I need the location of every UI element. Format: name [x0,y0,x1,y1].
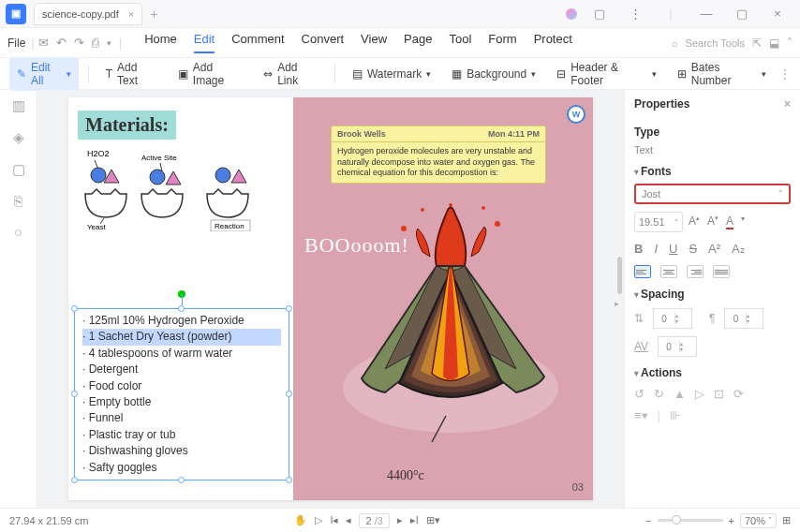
notification-icon[interactable]: ▢ [586,7,613,21]
list-item[interactable]: Safty goggles [82,460,281,476]
first-page-button[interactable]: I◂ [330,514,338,526]
next-page-button[interactable]: ▸ [397,514,403,526]
collapse-properties-icon[interactable]: ▸ [615,299,624,318]
resize-handle[interactable] [71,477,78,483]
cloud-icon[interactable]: ⬓ [769,37,779,50]
fullscreen-icon[interactable]: ⊞ [782,514,791,526]
font-color-icon[interactable]: A [726,214,733,229]
flip-vertical-icon[interactable]: ▲ [674,387,686,401]
add-tab-button[interactable]: + [150,7,157,22]
resize-handle[interactable] [178,305,185,312]
superscript-button[interactable]: A² [708,242,720,256]
align-justify-button[interactable] [713,265,730,278]
search-tools-input[interactable]: Search Tools [686,37,745,49]
resize-handle[interactable] [286,391,292,397]
italic-button[interactable]: I [654,242,658,256]
edit-all-button[interactable]: ✎ Edit All ▾ [9,57,79,91]
list-item[interactable]: Empty bottle [82,394,281,410]
bates-number-button[interactable]: ⊞Bates Number▾ [670,57,774,91]
header-footer-button[interactable]: ⊟Header & Footer▾ [549,57,664,91]
actions-section-label[interactable]: Actions [634,366,791,379]
bold-button[interactable]: B [634,242,643,256]
vertical-scrollbar[interactable] [617,257,622,294]
maximize-button[interactable]: ▢ [729,7,755,21]
resize-handle[interactable] [71,305,78,312]
tab-form[interactable]: Form [488,32,516,53]
line-spacing-input[interactable]: ▴▾ [653,308,692,329]
subscript-button[interactable]: A₂ [732,242,745,256]
tab-page[interactable]: Page [404,32,432,53]
tab-comment[interactable]: Comment [231,32,284,53]
more-icon[interactable]: ⋮ [622,7,648,21]
undo-icon[interactable]: ↶ [56,36,67,50]
redo-icon[interactable]: ↷ [74,36,84,50]
font-size-input[interactable]: 19.51˅ [634,212,683,232]
rotate-left-icon[interactable]: ↺ [634,387,644,401]
zoom-slider[interactable] [658,519,723,522]
zoom-level-select[interactable]: 70%˅ [740,513,777,528]
zoom-out-button[interactable]: − [645,515,651,526]
tab-convert[interactable]: Convert [302,32,345,53]
file-menu[interactable]: File [7,37,25,50]
watermark-button[interactable]: ▤Watermark▾ [345,64,438,84]
save-icon[interactable]: ✉ [38,36,49,50]
document-tab[interactable]: science-copy.pdf × [34,3,142,25]
list-item[interactable]: Detergent [82,362,281,377]
close-tab-icon[interactable]: × [128,8,134,20]
comments-icon[interactable]: ▢ [12,161,25,178]
tab-view[interactable]: View [361,32,387,53]
char-spacing-input[interactable]: ▴▾ [658,336,697,357]
tab-home[interactable]: Home [144,32,177,53]
rotate-right-icon[interactable]: ↻ [654,387,664,401]
thumbnails-icon[interactable]: ▥ [12,97,25,114]
selected-text-box[interactable]: 125ml 10% Hydrogen Peroxide 1 Sachet Dry… [74,308,289,480]
print-icon[interactable]: ⎙ [92,36,99,50]
current-page-input[interactable]: 2 [365,515,371,526]
fonts-section-label[interactable]: Fonts [634,165,791,178]
prev-page-button[interactable]: ◂ [346,514,351,526]
resize-handle[interactable] [286,477,292,483]
strikethrough-button[interactable]: S [689,242,697,256]
tab-tool[interactable]: Tool [449,32,471,53]
list-item[interactable]: Plastic tray or tub [82,427,281,443]
resize-handle[interactable] [178,477,185,483]
flip-horizontal-icon[interactable]: ▷ [695,387,704,401]
collapse-ribbon-icon[interactable]: ˄ [787,37,793,50]
close-properties-icon[interactable]: × [784,97,791,111]
crop-icon[interactable]: ⊡ [714,387,724,401]
align-center-button[interactable] [660,265,677,278]
document-canvas[interactable]: Materials: H2O2 Active Site [37,90,624,508]
search-panel-icon[interactable]: ○ [14,224,22,240]
add-image-button[interactable]: ▣Add Image [170,57,250,91]
tab-protect[interactable]: Protect [534,32,572,53]
indent-icon[interactable]: ⊪ [670,408,680,422]
align-right-button[interactable] [687,265,704,278]
last-page-button[interactable]: ▸I [410,514,419,526]
share-icon[interactable]: ⇱ [752,37,762,50]
underline-button[interactable]: U [669,242,677,256]
list-item[interactable]: Food color [82,378,281,394]
paragraph-spacing-input[interactable]: ▴▾ [724,308,763,329]
close-window-button[interactable]: × [764,7,791,21]
list-item[interactable]: 125ml 10% Hydrogen Peroxide [82,313,281,329]
list-item[interactable]: 4 tablespoons of warm water [82,346,281,362]
add-link-button[interactable]: ⇔Add Link [256,57,325,91]
font-family-select[interactable]: Jost ˅ [634,184,791,204]
spacing-section-label[interactable]: Spacing [634,288,791,301]
select-tool-icon[interactable]: ▷ [315,514,322,526]
minimize-button[interactable]: — [693,7,719,21]
replace-icon[interactable]: ⟳ [733,387,744,401]
toolbar-overflow-icon[interactable]: ⋮ [779,67,791,81]
resize-handle[interactable] [286,305,292,312]
align-left-button[interactable] [634,265,651,278]
increase-font-icon[interactable]: A▴ [689,214,700,229]
profile-icon[interactable] [566,8,577,20]
fit-options-icon[interactable]: ⊞▾ [426,514,440,526]
bookmarks-icon[interactable]: ◈ [13,129,24,146]
tab-edit[interactable]: Edit [194,32,215,53]
list-item[interactable]: Dishwashing gloves [82,443,281,459]
zoom-in-button[interactable]: + [729,515,734,526]
background-button[interactable]: ▦Background▾ [444,64,543,84]
search-icon[interactable]: ⌕ [672,37,678,49]
list-style-icon[interactable]: ≡▾ [634,408,648,422]
